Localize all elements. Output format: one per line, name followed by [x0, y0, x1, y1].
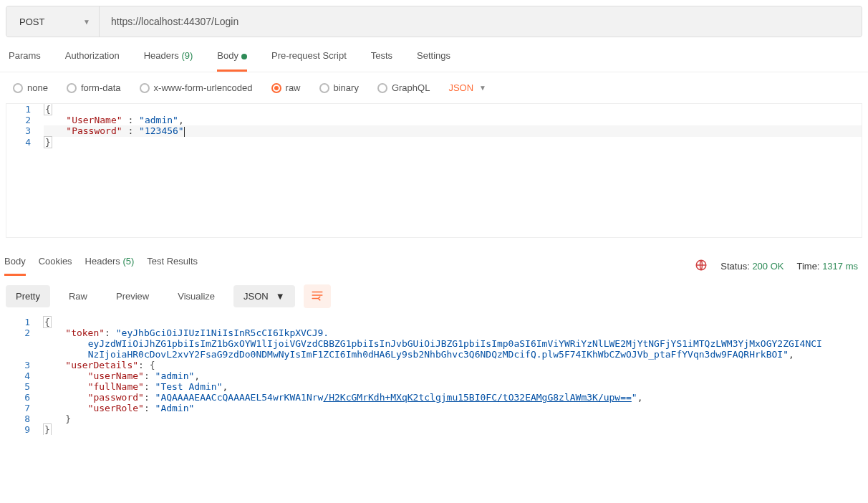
- response-view-bar: Pretty Raw Preview Visualize JSON▼: [0, 276, 868, 317]
- modified-dot-icon: [241, 54, 247, 59]
- request-body-editor[interactable]: 1{ 2 "UserName" : "admin", 3 "Password" …: [6, 103, 862, 238]
- body-type-graphql[interactable]: GraphQL: [377, 82, 430, 93]
- wrap-lines-button[interactable]: [304, 284, 331, 308]
- network-icon[interactable]: [695, 259, 708, 274]
- tab-params[interactable]: Params: [9, 50, 41, 72]
- request-bar: POST ▼: [6, 6, 862, 37]
- tab-body[interactable]: Body: [217, 50, 247, 72]
- tab-authorization[interactable]: Authorization: [65, 50, 120, 72]
- view-raw[interactable]: Raw: [59, 285, 97, 307]
- method-value: POST: [19, 16, 44, 27]
- time-label: Time: 1317 ms: [796, 261, 858, 272]
- view-pretty[interactable]: Pretty: [6, 285, 50, 307]
- request-tabs: Params Authorization Headers (9) Body Pr…: [0, 43, 868, 72]
- body-type-none[interactable]: none: [13, 82, 48, 93]
- response-body-viewer[interactable]: 1{ 2 "token": "eyJhbGciOiJIUzI1NiIsInR5c…: [6, 317, 862, 435]
- url-input[interactable]: [100, 6, 862, 37]
- resp-tab-cookies[interactable]: Cookies: [39, 256, 72, 276]
- body-format-dropdown[interactable]: JSON▼: [448, 82, 486, 93]
- chevron-down-icon: ▼: [276, 291, 285, 302]
- tab-headers[interactable]: Headers (9): [144, 50, 193, 72]
- resp-tab-testresults[interactable]: Test Results: [147, 256, 198, 276]
- tab-tests[interactable]: Tests: [371, 50, 392, 72]
- body-type-raw[interactable]: raw: [271, 82, 301, 93]
- response-format-dropdown[interactable]: JSON▼: [233, 285, 295, 307]
- body-type-xwww[interactable]: x-www-form-urlencoded: [140, 82, 253, 93]
- tab-settings[interactable]: Settings: [417, 50, 450, 72]
- resp-tab-headers[interactable]: Headers (5): [85, 256, 135, 276]
- body-type-formdata[interactable]: form-data: [67, 82, 121, 93]
- tab-prerequest[interactable]: Pre-request Script: [271, 50, 347, 72]
- status-label: Status: 200 OK: [720, 261, 783, 272]
- body-type-selector: none form-data x-www-form-urlencoded raw…: [0, 72, 868, 103]
- method-dropdown[interactable]: POST ▼: [6, 6, 100, 37]
- response-meta: Status: 200 OK Time: 1317 ms: [695, 259, 864, 274]
- body-type-binary[interactable]: binary: [319, 82, 359, 93]
- view-visualize[interactable]: Visualize: [168, 285, 225, 307]
- chevron-down-icon: ▼: [83, 18, 90, 26]
- view-preview[interactable]: Preview: [106, 285, 159, 307]
- chevron-down-icon: ▼: [479, 84, 486, 92]
- resp-tab-body[interactable]: Body: [4, 256, 26, 276]
- response-tabs: Body Cookies Headers (5) Test Results St…: [0, 246, 868, 276]
- wrap-icon: [311, 289, 324, 304]
